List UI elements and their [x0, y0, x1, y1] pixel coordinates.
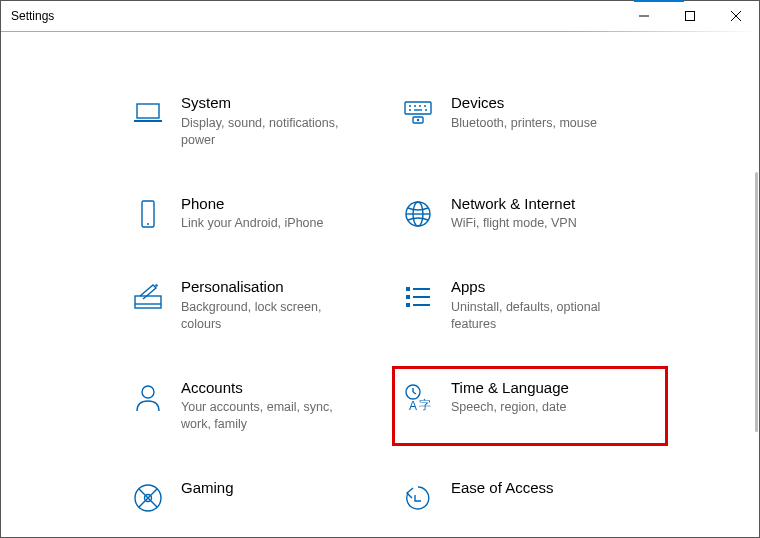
brush-icon: [131, 280, 165, 314]
tile-text: Ease of Access: [451, 479, 554, 500]
globe-icon: [401, 197, 435, 231]
accent-strip: [634, 0, 684, 2]
close-button[interactable]: [713, 1, 759, 31]
titlebar: Settings: [1, 1, 759, 32]
settings-tile-timelang[interactable]: Time & LanguageSpeech, region, date: [401, 375, 659, 438]
tile-subtitle: WiFi, flight mode, VPN: [451, 215, 577, 232]
tile-text: AppsUninstall, defaults, optional featur…: [451, 278, 631, 333]
person-icon: [131, 381, 165, 415]
settings-tile-apps[interactable]: AppsUninstall, defaults, optional featur…: [401, 274, 651, 337]
settings-tile-gaming[interactable]: Gaming: [131, 475, 381, 519]
tile-title: Phone: [181, 195, 323, 214]
gaming-icon: [131, 481, 165, 515]
window-controls: [621, 1, 759, 31]
scrollbar[interactable]: [755, 172, 758, 432]
tile-title: Personalisation: [181, 278, 361, 297]
tile-subtitle: Background, lock screen, colours: [181, 299, 361, 333]
content-area: SystemDisplay, sound, notifications, pow…: [1, 32, 759, 537]
tile-title: Time & Language: [451, 379, 569, 398]
tile-text: Time & LanguageSpeech, region, date: [451, 379, 569, 417]
tile-title: System: [181, 94, 361, 113]
settings-tile-ease[interactable]: Ease of Access: [401, 475, 651, 519]
close-icon: [731, 11, 741, 21]
tile-title: Devices: [451, 94, 597, 113]
tile-subtitle: Bluetooth, printers, mouse: [451, 115, 597, 132]
tile-text: DevicesBluetooth, printers, mouse: [451, 94, 597, 132]
tile-title: Apps: [451, 278, 631, 297]
ease-icon: [401, 481, 435, 515]
phone-icon: [131, 197, 165, 231]
laptop-icon: [131, 96, 165, 130]
window-title: Settings: [11, 9, 54, 23]
minimize-icon: [639, 11, 649, 21]
tile-text: SystemDisplay, sound, notifications, pow…: [181, 94, 361, 149]
tile-subtitle: Uninstall, defaults, optional features: [451, 299, 631, 333]
settings-tile-devices[interactable]: DevicesBluetooth, printers, mouse: [401, 90, 651, 153]
settings-tile-network[interactable]: Network & InternetWiFi, flight mode, VPN: [401, 191, 651, 237]
settings-grid: SystemDisplay, sound, notifications, pow…: [1, 32, 759, 519]
maximize-icon: [685, 11, 695, 21]
tile-text: PersonalisationBackground, lock screen, …: [181, 278, 361, 333]
tile-text: PhoneLink your Android, iPhone: [181, 195, 323, 233]
minimize-button[interactable]: [621, 1, 667, 31]
tile-subtitle: Speech, region, date: [451, 399, 569, 416]
tile-subtitle: Display, sound, notifications, power: [181, 115, 361, 149]
tile-text: Gaming: [181, 479, 234, 500]
tile-title: Accounts: [181, 379, 361, 398]
tile-title: Gaming: [181, 479, 234, 498]
settings-tile-personal[interactable]: PersonalisationBackground, lock screen, …: [131, 274, 381, 337]
settings-tile-accounts[interactable]: AccountsYour accounts, email, sync, work…: [131, 375, 381, 438]
settings-tile-phone[interactable]: PhoneLink your Android, iPhone: [131, 191, 381, 237]
tile-text: Network & InternetWiFi, flight mode, VPN: [451, 195, 577, 233]
maximize-button[interactable]: [667, 1, 713, 31]
apps-icon: [401, 280, 435, 314]
timelang-icon: [401, 381, 435, 415]
tile-text: AccountsYour accounts, email, sync, work…: [181, 379, 361, 434]
tile-title: Ease of Access: [451, 479, 554, 498]
tile-title: Network & Internet: [451, 195, 577, 214]
svg-rect-1: [686, 12, 695, 21]
settings-window: Settings SystemDisplay, sound, notificat…: [0, 0, 760, 538]
settings-tile-system[interactable]: SystemDisplay, sound, notifications, pow…: [131, 90, 381, 153]
keyboard-icon: [401, 96, 435, 130]
tile-subtitle: Link your Android, iPhone: [181, 215, 323, 232]
tile-subtitle: Your accounts, email, sync, work, family: [181, 399, 361, 433]
